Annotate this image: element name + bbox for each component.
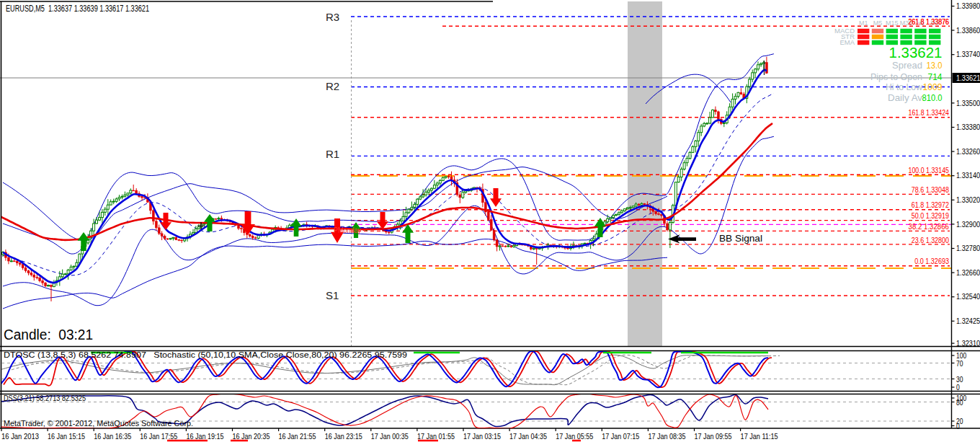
- svg-text:16 Jan 15:15: 16 Jan 15:15: [48, 432, 85, 441]
- svg-text:16 Jan 21:55: 16 Jan 21:55: [279, 432, 316, 441]
- svg-text:1.33621: 1.33621: [889, 44, 943, 61]
- svg-text:M15: M15: [886, 19, 899, 27]
- svg-text:1.32780: 1.32780: [956, 244, 980, 252]
- svg-text:30: 30: [956, 375, 963, 384]
- svg-text:1.33740: 1.33740: [956, 50, 980, 58]
- svg-text:714: 714: [928, 71, 943, 82]
- svg-text:1.33860: 1.33860: [956, 26, 980, 35]
- svg-text:R1: R1: [326, 148, 339, 160]
- svg-text:16 Jan 20:35: 16 Jan 20:35: [233, 432, 270, 441]
- svg-text:23.6 1.32800: 23.6 1.32800: [912, 236, 949, 244]
- svg-text:M1: M1: [859, 19, 868, 27]
- svg-text:17 Jan 07:15: 17 Jan 07:15: [602, 432, 639, 441]
- svg-text:17 Jan 04:35: 17 Jan 04:35: [509, 432, 547, 441]
- svg-text:Daily Av: Daily Av: [888, 92, 922, 103]
- svg-text:17 Jan 08:35: 17 Jan 08:35: [648, 432, 685, 441]
- svg-text:1.33621: 1.33621: [956, 74, 980, 82]
- svg-text:DSS(3,21) 58.2713 82.5325: DSS(3,21) 58.2713 82.5325: [4, 394, 86, 402]
- svg-text:78.6 1.33048: 78.6 1.33048: [912, 185, 949, 194]
- svg-text:BB Signal: BB Signal: [719, 234, 762, 244]
- svg-text:Hi to Low: Hi to Low: [886, 81, 922, 92]
- svg-text:Candle: 03:21: Candle: 03:21: [4, 327, 93, 342]
- svg-text:Pips to Open: Pips to Open: [870, 71, 922, 82]
- svg-text:1.32310: 1.32310: [956, 339, 980, 348]
- svg-text:1.32660: 1.32660: [956, 268, 980, 277]
- svg-text:M5: M5: [873, 19, 883, 27]
- svg-text:1.33500: 1.33500: [956, 99, 980, 107]
- svg-text:MetaTrader, © 2001-2012, MetaQ: MetaTrader, © 2001-2012, MetaQuotes Soft…: [4, 419, 193, 428]
- svg-text:16 Jan 19:15: 16 Jan 19:15: [186, 432, 223, 441]
- svg-text:61.8 1.32972: 61.8 1.32972: [912, 200, 949, 209]
- svg-text:EMA: EMA: [839, 38, 855, 46]
- svg-text:1.33020: 1.33020: [956, 195, 980, 204]
- svg-text:50.0 1.32919: 50.0 1.32919: [912, 211, 949, 220]
- svg-text:1.32540: 1.32540: [956, 292, 980, 301]
- svg-text:80: 80: [956, 398, 963, 407]
- svg-text:1.33260: 1.33260: [956, 147, 980, 156]
- svg-text:17 Jan 01:55: 17 Jan 01:55: [417, 432, 455, 441]
- svg-text:16 Jan 16:35: 16 Jan 16:35: [94, 432, 131, 441]
- svg-text:1.33380: 1.33380: [956, 123, 980, 131]
- svg-text:0: 0: [956, 422, 960, 430]
- svg-text:17 Jan 11:15: 17 Jan 11:15: [741, 432, 778, 441]
- svg-text:Spread: Spread: [892, 60, 922, 71]
- svg-text:810.0: 810.0: [922, 92, 943, 103]
- svg-text:17 Jan 05:55: 17 Jan 05:55: [556, 432, 593, 441]
- svg-text:16 Jan 23:15: 16 Jan 23:15: [325, 432, 362, 441]
- svg-text:261.8 1.33876: 261.8 1.33876: [908, 17, 949, 26]
- svg-text:17 Jan 00:35: 17 Jan 00:35: [371, 432, 409, 441]
- svg-text:R2: R2: [326, 80, 339, 92]
- svg-text:S1: S1: [326, 289, 339, 301]
- svg-text:16 Jan 17:55: 16 Jan 17:55: [140, 432, 177, 441]
- svg-text:DTOSC (13,8,5,3) 68.5262 74.89: DTOSC (13,8,5,3) 68.5262 74.8907 Stochas…: [4, 350, 407, 359]
- svg-text:1.33140: 1.33140: [956, 171, 980, 180]
- svg-text:R3: R3: [326, 11, 339, 23]
- svg-text:16 Jan 2013: 16 Jan 2013: [1, 432, 39, 441]
- svg-text:17 Jan 09:55: 17 Jan 09:55: [695, 432, 732, 441]
- svg-text:161.8 1.33424: 161.8 1.33424: [909, 108, 950, 117]
- svg-text:70: 70: [956, 359, 963, 368]
- svg-text:0: 0: [956, 383, 960, 392]
- svg-text:100.0 1.33145: 100.0 1.33145: [909, 166, 950, 174]
- svg-text:17 Jan 03:15: 17 Jan 03:15: [463, 432, 501, 441]
- svg-text:0.0 1.32693: 0.0 1.32693: [914, 257, 949, 265]
- svg-text:13.0: 13.0: [927, 60, 943, 71]
- svg-text:1.33980: 1.33980: [956, 1, 980, 10]
- svg-text:1009: 1009: [923, 81, 943, 92]
- svg-text:1.32425: 1.32425: [956, 317, 980, 325]
- svg-text:1.32900: 1.32900: [956, 220, 980, 229]
- svg-text:38.2 1.32866: 38.2 1.32866: [909, 222, 950, 231]
- svg-text:EURUSD,M5 1.33637 1.33639 1.3: EURUSD,M5 1.33637 1.33639 1.33617 1.3362…: [6, 4, 149, 14]
- svg-text:PMonday: PMonday: [334, 226, 361, 234]
